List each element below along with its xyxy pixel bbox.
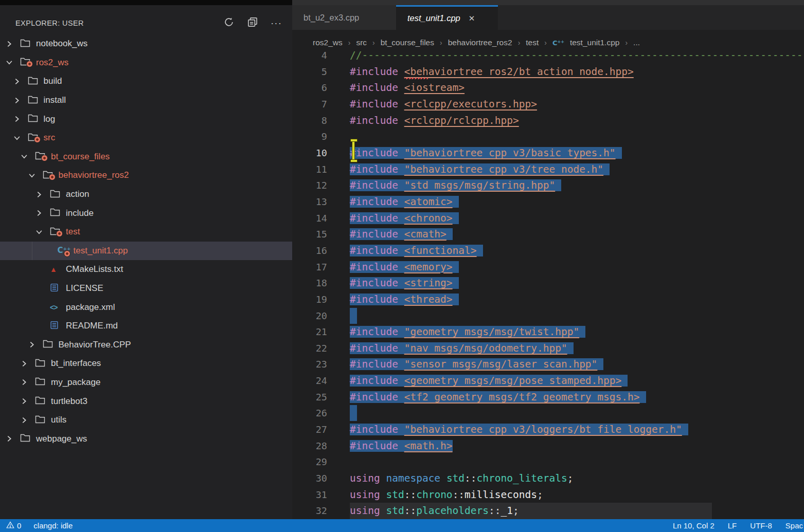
folder-icon (28, 76, 38, 87)
tree-item-my-package[interactable]: my_package (0, 373, 292, 392)
tree-item-utils[interactable]: utils (0, 411, 292, 430)
code-line-32[interactable]: 32using std::placeholders::_1; (292, 503, 804, 519)
code-line-29[interactable]: 29 (292, 454, 804, 470)
code-line-28[interactable]: 28#include <math.h> (292, 438, 804, 454)
tree-item-build[interactable]: build (0, 72, 292, 91)
tree-item-behaviortree-ros2[interactable]: behaviortree_ros2 (0, 166, 292, 185)
tree-item-bt-course-files[interactable]: bt_course_files (0, 148, 292, 167)
code-line-8[interactable]: 8#include <rclcpp/rclcpp.hpp> (292, 113, 804, 129)
code-line-19[interactable]: 19#include <thread> (292, 291, 804, 308)
tree-item-label: behaviortree_ros2 (59, 170, 129, 180)
refresh-explorer-button[interactable] (222, 16, 236, 30)
code-line-6[interactable]: 6#include <iostream> (292, 80, 804, 96)
line-number: 22 (292, 340, 327, 357)
problems-indicator[interactable]: 0 (6, 521, 21, 530)
code-line-5[interactable]: 5#include <behaviortree_ros2/bt_action_n… (292, 64, 804, 80)
cmake-file-icon: ▲ (50, 266, 57, 273)
tree-item-bt-interfaces[interactable]: bt_interfaces (0, 354, 292, 373)
tree-item-label: bt_course_files (51, 152, 110, 162)
line-number: 9 (292, 129, 327, 145)
ellipsis-icon: ··· (271, 17, 282, 29)
tree-item-behaviortree-cpp[interactable]: BehaviorTree.CPP (0, 336, 292, 355)
tree-item-label: turtlebot3 (51, 396, 87, 407)
breadcrumb-item-ros2_ws[interactable]: ros2_ws (313, 38, 343, 47)
code-line-25[interactable]: 25#include <tf2_geometry_msgs/tf2_geomet… (292, 389, 804, 406)
tree-item-webpage-ws[interactable]: webpage_ws (0, 429, 292, 448)
code-line-20[interactable]: 20 (292, 308, 804, 324)
chevron-down-icon (36, 229, 50, 235)
code-line-17[interactable]: 17#include <memory> (292, 259, 804, 276)
chevron-down-icon (14, 135, 28, 141)
tree-item-test-unit1-cpp[interactable]: C++test_unit1.cpp (0, 242, 292, 261)
code-line-10[interactable]: 10#include "behaviortree_cpp_v3/basic_ty… (292, 145, 804, 161)
breadcrumb-item-file[interactable]: test_unit1.cpp (570, 38, 620, 47)
line-number: 20 (292, 308, 327, 324)
folder-icon (35, 358, 45, 369)
line-number: 17 (292, 259, 327, 276)
code-line-31[interactable]: 31using std::chrono::milliseconds; (292, 487, 804, 503)
tree-item-ros2-ws[interactable]: ros2_ws (0, 53, 292, 72)
line-number: 21 (292, 324, 327, 340)
encoding-indicator[interactable]: UTF-8 (750, 521, 772, 530)
tree-item-license[interactable]: LICENSE (0, 279, 292, 298)
tree-item-install[interactable]: install (0, 91, 292, 110)
window-top-strip-left (0, 0, 292, 5)
folder-icon (20, 39, 30, 49)
code-line-13[interactable]: 13#include <atomic> (292, 194, 804, 210)
line-number: 7 (292, 96, 327, 113)
code-line-23[interactable]: 23#include "sensor_msgs/msg/laser_scan.h… (292, 356, 804, 373)
tree-item-action[interactable]: action (0, 185, 292, 204)
indentation-indicator[interactable]: Spac (785, 521, 803, 530)
tree-item-cmakelists-txt[interactable]: ▲CMakeLists.txt (0, 260, 292, 279)
tree-item-src[interactable]: src (0, 129, 292, 148)
breadcrumb-more[interactable]: ... (633, 38, 640, 47)
breadcrumb-item-bt_course_files[interactable]: bt_course_files (381, 38, 434, 47)
tree-item-readme-md[interactable]: README.md (0, 317, 292, 336)
breadcrumb-item-behaviortree_ros2[interactable]: behaviortree_ros2 (448, 38, 512, 47)
tree-item-label: log (44, 114, 56, 124)
tree-item-package-xml[interactable]: <>package.xml (0, 298, 292, 317)
breadcrumb-item-src[interactable]: src (356, 38, 367, 47)
code-line-4[interactable]: 4//-------------------------------------… (292, 47, 804, 64)
code-line-14[interactable]: 14#include <chrono> (292, 210, 804, 227)
tree-item-notebook-ws[interactable]: notebook_ws (0, 34, 292, 53)
line-number: 28 (292, 438, 327, 454)
tree-item-test[interactable]: test (0, 223, 292, 242)
code-line-7[interactable]: 7#include <rclcpp/executors.hpp> (292, 96, 804, 113)
breadcrumb-separator: › (518, 39, 521, 47)
tab-test-unit1-cpp[interactable]: test_unit1.cpp✕ (396, 5, 498, 30)
chevron-right-icon (6, 41, 20, 47)
code-line-16[interactable]: 16#include <functional> (292, 243, 804, 259)
clangd-status[interactable]: clangd: idle (33, 521, 73, 530)
collapse-folders-button[interactable] (246, 16, 259, 30)
line-number: 16 (292, 243, 327, 259)
cpp-file-icon: C++ (552, 39, 564, 47)
editor-code-area[interactable]: 4//-------------------------------------… (292, 47, 804, 519)
code-line-22[interactable]: 22#include "nav_msgs/msg/odometry.hpp" (292, 340, 804, 357)
line-number: 11 (292, 161, 327, 178)
tree-item-log[interactable]: log (0, 109, 292, 129)
chevron-down-icon (21, 153, 35, 160)
eol-indicator[interactable]: LF (728, 521, 737, 530)
code-line-27[interactable]: 27#include "behaviortree_cpp_v3/loggers/… (292, 421, 804, 438)
code-line-9[interactable]: 9 (292, 129, 804, 145)
breadcrumb-item-test[interactable]: test (526, 38, 539, 47)
status-left: 0 clangd: idle (0, 521, 73, 530)
code-line-21[interactable]: 21#include "geometry_msgs/msg/twist.hpp" (292, 324, 804, 340)
code-line-26[interactable]: 26 (292, 405, 804, 421)
code-line-24[interactable]: 24#include <geometry_msgs/msg/pose_stamp… (292, 373, 804, 389)
more-actions-button[interactable]: ··· (270, 16, 283, 30)
close-icon[interactable]: ✕ (468, 14, 476, 23)
code-line-30[interactable]: 30using namespace std::chrono_literals; (292, 470, 804, 487)
collapse-folders-icon (247, 17, 258, 29)
selection-highlight: #include <chrono> (350, 212, 459, 224)
code-line-11[interactable]: 11#include "behaviortree_cpp_v3/tree_nod… (292, 161, 804, 178)
explorer-actions: ··· (222, 16, 283, 30)
tree-item-include[interactable]: include (0, 204, 292, 223)
tree-item-turtlebot3[interactable]: turtlebot3 (0, 392, 292, 411)
code-line-15[interactable]: 15#include <cmath> (292, 226, 804, 243)
tab-bt-u2-ex3-cpp[interactable]: bt_u2_ex3.cpp (292, 5, 396, 30)
cursor-position[interactable]: Ln 10, Col 2 (673, 521, 714, 530)
code-line-12[interactable]: 12#include "std_msgs/msg/string.hpp" (292, 177, 804, 194)
code-line-18[interactable]: 18#include <string> (292, 275, 804, 291)
